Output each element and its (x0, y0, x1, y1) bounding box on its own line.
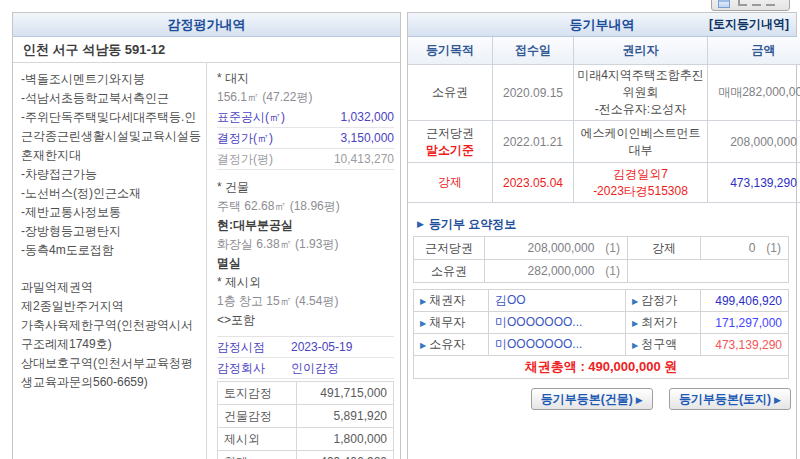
total-label: 건물감정 (218, 405, 297, 428)
appraisal-date-label: 감정시점 (217, 337, 291, 357)
table-row: ▶채무자 미OOOOOOO... ▶최저가 171,297,000 (414, 312, 789, 334)
table-row: 근저당권 208,000,000(1) 강제 0(1) (414, 237, 789, 260)
note-line: -노선버스(정)인근소재 (21, 184, 203, 203)
appraisal-company-value: 인이감정 (291, 358, 339, 378)
cropped-label-fragment (738, 0, 747, 6)
table-row: 강제 2023.05.04 김경일외7 -2023타경515308 473,13… (408, 163, 800, 203)
land-registry-button[interactable]: 등기부등본(토지)▶ (669, 388, 791, 410)
registry-holder: 김경일외7 -2023타경515308 (574, 163, 708, 203)
demolished-note: 멸실 (217, 254, 394, 273)
total-label: 제시외 (218, 428, 297, 451)
appraisal-totals-table: 토지감정 491,715,000 건물감정 5,891,920 제시외 1,80… (217, 381, 394, 459)
note-line: -주위단독주택및다세대주택등.인근각종근린생활시설및교육시설등혼재한지대 (21, 108, 203, 165)
price-label: 표준공시(㎡) (217, 107, 285, 127)
building-registry-button[interactable]: 등기부등본(건물)▶ (531, 388, 653, 410)
registry-table: 등기목적 접수일 권리자 금액 소유권 2020.09.15 미래4지역주택조합… (408, 37, 800, 203)
column-header: 권리자 (574, 37, 708, 65)
table-row: 소유권 2020.09.15 미래4지역주택조합추진위원회 -전소유자:오성자 … (408, 65, 800, 121)
summary-label: 근저당권 (414, 237, 485, 260)
party-label: ▶최저가 (626, 312, 701, 334)
total-claim-amount: 채권총액 : 490,000,000 원 (413, 356, 789, 379)
land-registry-link[interactable]: [토지등기내역] (709, 13, 789, 36)
table-row: 근저당권 말소기준 2022.01.21 에스케이인베스트먼트대부 208,00… (408, 121, 800, 163)
zoning-line: 가축사육제한구역(인천광역시서구조례제1749호) (21, 316, 203, 354)
party-label-text: 채권자 (429, 293, 465, 307)
table-row: 건물감정 5,891,920 (218, 405, 394, 428)
appraisal-notes: -벽돌조시멘트기와지붕 -석남서초등학교북서측인근 -주위단독주택및다세대주택등… (13, 63, 207, 459)
summary-amount: 208,000,000 (528, 241, 595, 255)
zoning-line: 상대보호구역(인천서부교육청평생교육과문의560-6659) (21, 354, 203, 392)
registry-amount: 208,000,000 (708, 121, 800, 163)
property-address: 인천 서구 석남동 591-12 (13, 37, 400, 63)
holder-sub: -2023타경515308 (577, 183, 704, 200)
registry-panel: 등기부내역 [토지등기내역] 등기목적 접수일 권리자 금액 소유권 2020.… (407, 12, 797, 459)
appraisal-date-row: 감정시점 2023-05-19 (217, 337, 394, 358)
table-header-row: 등기목적 접수일 권리자 금액 (408, 37, 800, 65)
note-line: -차량접근가능 (21, 165, 203, 184)
price-value: 10,413,270 (334, 149, 394, 169)
party-label: ▶채권자 (414, 290, 489, 312)
registry-panel-header: 등기부내역 [토지등기내역] (408, 13, 796, 37)
appraisal-company-row: 감정회사 인이감정 (217, 358, 394, 379)
arrow-right-icon: ▶ (632, 297, 638, 306)
column-header: 접수일 (493, 37, 574, 65)
party-label-text: 채무자 (429, 315, 465, 329)
price-row: 결정가(㎡) 3,150,000 (217, 128, 394, 149)
total-label: 합계 (218, 451, 297, 459)
appraisal-panel: 감정평가내역 인천 서구 석남동 591-12 -벽돌조시멘트기와지붕 -석남서… (12, 12, 401, 459)
table-row: 토지감정 491,715,000 (218, 382, 394, 405)
table-row: ▶채권자 김OO ▶감정가 499,406,920 (414, 290, 789, 312)
party-value: 미OOOOOOO... (489, 312, 626, 334)
note-line: -장방형등고평탄지 (21, 222, 203, 241)
note-line: -벽돌조시멘트기와지붕 (21, 70, 203, 89)
party-label-text: 청구액 (641, 337, 677, 351)
note-line: -석남서초등학교북서측인근 (21, 89, 203, 108)
total-value: 499,406,920 (297, 451, 394, 459)
purpose-sub: 말소기준 (411, 142, 489, 159)
party-value: 미OOOOOOO... (489, 334, 626, 356)
note-line: -제반교통사정보통 (21, 203, 203, 222)
registry-summary-table: 근저당권 208,000,000(1) 강제 0(1) 소유권 282,000,… (413, 236, 789, 283)
summary-amount: 0 (749, 241, 756, 255)
zoning-notes: 과밀억제권역 제2종일반주거지역 가축사육제한구역(인천광역시서구조례제1749… (21, 278, 203, 392)
extra-note: <>포함 (217, 311, 394, 330)
registry-date: 2020.09.15 (493, 65, 574, 121)
table-row: 합계 499,406,920 (218, 451, 394, 459)
summary-count: (1) (605, 241, 620, 255)
building-status: 현:대부분공실 (217, 216, 394, 235)
registry-panel-title: 등기부내역 (570, 17, 635, 32)
summary-empty-cell (628, 260, 789, 283)
registry-summary-header: ▶ 등기부 요약정보 (417, 216, 796, 232)
extra-section-header: * 제시외 (217, 273, 394, 292)
summary-title: 등기부 요약정보 (429, 216, 516, 233)
cropped-toolbar-button[interactable] (711, 0, 790, 11)
arrow-right-icon: ▶ (774, 395, 781, 405)
holder-name: 김경일외7 (577, 166, 704, 183)
building-area: 주택 62.68㎡ (18.96평) (217, 197, 394, 216)
column-header: 등기목적 (408, 37, 493, 65)
button-label: 등기부등본(건물) (541, 392, 633, 406)
grid-icon (718, 0, 730, 8)
registry-amount: 매매282,000,000 (708, 65, 800, 121)
zoning-line: 제2종일반주거지역 (21, 297, 203, 316)
registry-purpose: 소유권 (408, 65, 493, 121)
zoning-line: 과밀억제권역 (21, 278, 203, 297)
registry-holder: 미래4지역주택조합추진위원회 -전소유자:오성자 (574, 65, 708, 121)
arrow-right-icon: ▶ (636, 395, 643, 405)
registry-amount: 473,139,290 (708, 163, 800, 203)
total-value: 5,891,920 (297, 405, 394, 428)
price-row: 표준공시(㎡) 1,032,000 (217, 107, 394, 128)
appraisal-panel-title: 감정평가내역 (13, 13, 400, 37)
summary-label: 소유권 (414, 260, 485, 283)
appraisal-values: * 대지 156.1㎡ (47.22평) 표준공시(㎡) 1,032,000 결… (207, 63, 400, 459)
extra-area: 1층 창고 15㎡ (4.54평) (217, 292, 394, 311)
table-row: 제시외 1,800,000 (218, 428, 394, 451)
party-value: 김OO (489, 290, 626, 312)
party-amount: 473,139,290 (701, 334, 789, 356)
summary-label: 강제 (628, 237, 701, 260)
total-value: 491,715,000 (297, 382, 394, 405)
party-label: ▶채무자 (414, 312, 489, 334)
appraisal-date-value: 2023-05-19 (291, 337, 352, 357)
summary-value: 208,000,000(1) (485, 237, 628, 260)
price-label: 결정가(평) (217, 149, 273, 169)
